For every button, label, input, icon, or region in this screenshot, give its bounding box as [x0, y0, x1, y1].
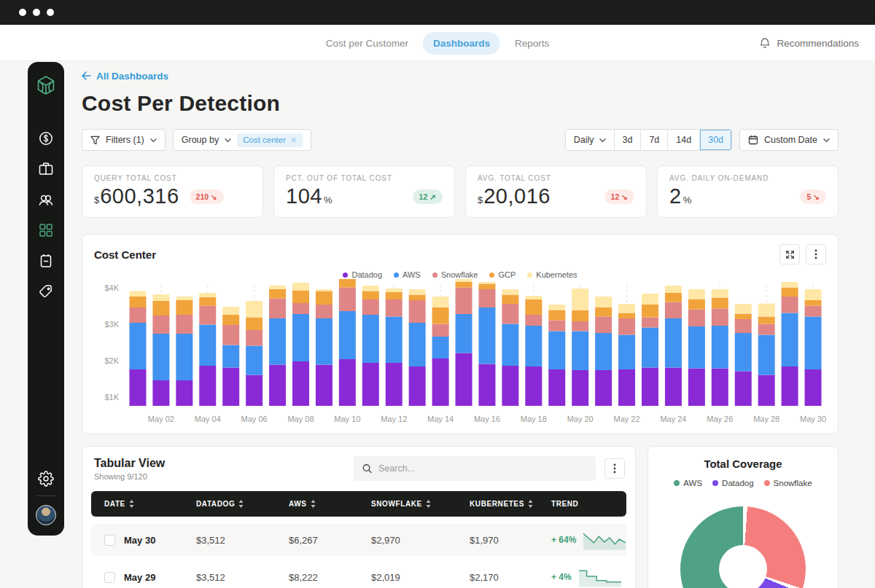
sort-icon[interactable]: [426, 500, 431, 508]
tab-cost-per-customer[interactable]: Cost per Customer: [316, 32, 419, 55]
sort-icon[interactable]: [129, 500, 134, 508]
legend-item-gcp[interactable]: GCP: [489, 270, 516, 279]
bar-segment[interactable]: [222, 315, 239, 325]
bar-segment[interactable]: [712, 309, 728, 326]
bar-segment[interactable]: [688, 326, 705, 369]
bar-segment[interactable]: [292, 291, 309, 304]
bar-segment[interactable]: [409, 289, 426, 295]
bar-segment[interactable]: [595, 333, 612, 370]
bar-segment[interactable]: [316, 365, 332, 407]
bar-segment[interactable]: [548, 305, 565, 310]
bar-segment[interactable]: [409, 295, 426, 301]
bar-segment[interactable]: [129, 297, 146, 307]
bar-segment[interactable]: [339, 359, 356, 406]
bar-segment[interactable]: [386, 317, 402, 364]
bar-segment[interactable]: [222, 345, 239, 368]
coverage-donut-chart[interactable]: [680, 506, 806, 588]
bar-segment[interactable]: [339, 288, 356, 312]
table-row[interactable]: May 29$3,512$8,222$2,019$2,170+ 4%: [91, 561, 626, 588]
bar-segment[interactable]: [688, 289, 705, 299]
bar-segment[interactable]: [595, 370, 612, 406]
bar-segment[interactable]: [572, 310, 588, 321]
bar-segment[interactable]: [456, 288, 472, 315]
search-input[interactable]: [378, 463, 587, 474]
cost-center-chart[interactable]: $1K$2K$3K$4KMay 02May 04May 06May 08May …: [94, 279, 828, 428]
sidebar-item-teams[interactable]: [36, 192, 55, 208]
tab-dashboards[interactable]: Dashboards: [423, 32, 500, 55]
bar-segment[interactable]: [525, 366, 542, 406]
bar-segment[interactable]: [642, 294, 658, 305]
bar-segment[interactable]: [432, 307, 449, 324]
sort-icon[interactable]: [238, 500, 244, 508]
bar-segment[interactable]: [152, 301, 169, 315]
sidebar-item-settings[interactable]: [36, 471, 55, 487]
legend-item-snowflake[interactable]: Snowflake: [432, 270, 478, 279]
bar-segment[interactable]: [222, 307, 239, 315]
bar-segment[interactable]: [269, 289, 286, 299]
range-3d[interactable]: 3d: [615, 130, 642, 150]
bar-segment[interactable]: [129, 323, 146, 369]
window-dot[interactable]: [47, 9, 54, 16]
bar-segment[interactable]: [386, 289, 402, 292]
kpi-card-query-total-cost[interactable]: QUERY TOTAL COST$600,316210 ↘: [82, 165, 263, 218]
bar-segment[interactable]: [502, 366, 518, 406]
window-dot[interactable]: [19, 9, 26, 16]
bar-segment[interactable]: [246, 375, 262, 407]
group-by-button[interactable]: Group by Cost center ✕: [173, 129, 311, 151]
bar-segment[interactable]: [572, 289, 588, 310]
bar-segment[interactable]: [222, 325, 239, 345]
bar-segment[interactable]: [409, 300, 426, 323]
bar-segment[interactable]: [339, 279, 356, 288]
bar-segment[interactable]: [758, 317, 775, 324]
bar-segment[interactable]: [642, 368, 658, 407]
bar-segment[interactable]: [362, 363, 379, 406]
bar-segment[interactable]: [525, 296, 542, 299]
legend-item-aws[interactable]: AWS: [674, 479, 702, 487]
bar-segment[interactable]: [735, 372, 752, 407]
bar-segment[interactable]: [805, 369, 822, 406]
bar-segment[interactable]: [712, 298, 728, 309]
bar-segment[interactable]: [782, 297, 798, 313]
bar-segment[interactable]: [548, 332, 565, 370]
bar-segment[interactable]: [548, 369, 565, 406]
column-header-snowflake[interactable]: SNOWFLAKE: [371, 500, 470, 508]
expand-button[interactable]: [779, 244, 800, 264]
bar-segment[interactable]: [316, 289, 332, 291]
bar-segment[interactable]: [269, 365, 286, 407]
column-header-date[interactable]: DATE: [104, 500, 196, 508]
bar-segment[interactable]: [618, 318, 635, 335]
bar-segment[interactable]: [409, 323, 426, 366]
kpi-card-avg-daily-on-demand[interactable]: AVG. DAILY ON-DEMAND2%5 ↘: [657, 165, 839, 218]
bar-segment[interactable]: [735, 333, 752, 372]
bar-segment[interactable]: [735, 319, 752, 333]
bar-segment[interactable]: [805, 289, 822, 300]
bar-segment[interactable]: [758, 375, 775, 407]
legend-item-datadog[interactable]: Datadog: [712, 479, 753, 487]
bar-segment[interactable]: [478, 282, 495, 284]
bar-segment[interactable]: [152, 315, 169, 334]
kpi-card-avg-total-cost[interactable]: AVG. TOTAL COST$20,01612 ↘: [465, 165, 647, 218]
bar-segment[interactable]: [386, 299, 402, 317]
bar-segment[interactable]: [688, 299, 705, 310]
bar-segment[interactable]: [409, 366, 426, 406]
bar-segment[interactable]: [316, 305, 332, 318]
bar-segment[interactable]: [502, 289, 518, 295]
bar-segment[interactable]: [665, 368, 682, 407]
app-logo[interactable]: [34, 74, 58, 97]
window-dot[interactable]: [33, 9, 40, 16]
bar-segment[interactable]: [665, 318, 682, 368]
bar-segment[interactable]: [478, 284, 495, 290]
bar-segment[interactable]: [572, 332, 588, 371]
bar-segment[interactable]: [152, 380, 169, 406]
bar-segment[interactable]: [642, 305, 658, 318]
legend-item-datadog[interactable]: Datadog: [343, 270, 382, 279]
filters-button[interactable]: Filters (1): [82, 129, 166, 151]
bar-segment[interactable]: [618, 335, 635, 370]
legend-item-kubernetes[interactable]: Kubernetes: [527, 270, 577, 279]
bar-segment[interactable]: [362, 286, 379, 291]
bar-segment[interactable]: [362, 299, 379, 315]
bar-segment[interactable]: [595, 317, 612, 334]
bar-segment[interactable]: [199, 297, 216, 306]
bar-segment[interactable]: [572, 370, 588, 406]
bar-segment[interactable]: [642, 328, 658, 368]
